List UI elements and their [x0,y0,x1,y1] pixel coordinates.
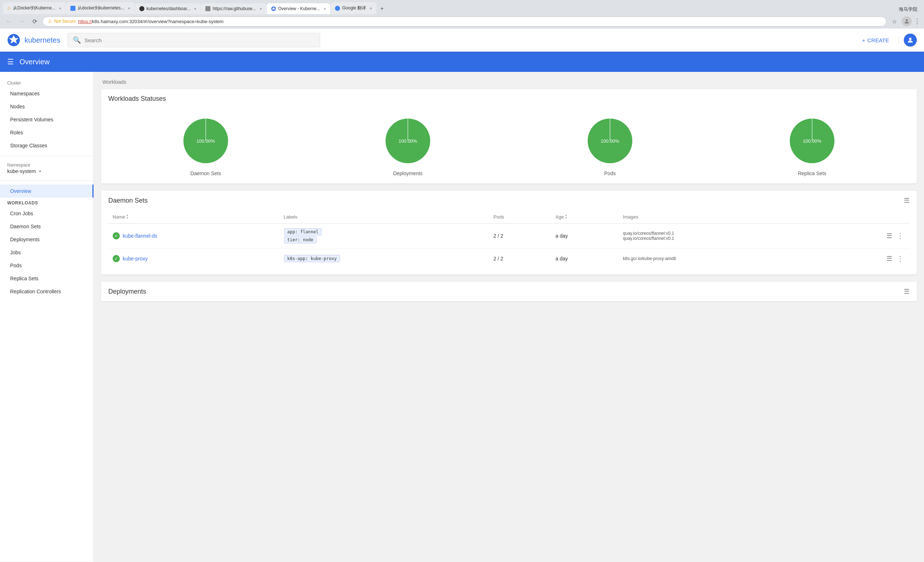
row1-images-cell: quay.io/coreos/flannel:v0.1 quay.io/core… [619,224,817,248]
cluster-section-header: Cluster [0,78,93,87]
tab-title-4: https://raw.githubuse... [213,6,256,11]
profile-icon[interactable] [902,16,912,26]
deployments-filter-icon[interactable]: ☰ [904,287,910,296]
url-https: https:// [78,19,92,24]
sidebar-item-deployments[interactable]: Deployments [0,233,93,246]
row2-name-link[interactable]: kube-proxy [123,256,148,261]
daemon-sets-filter-icon[interactable]: ☰ [904,197,910,204]
workloads-statuses-header: Workloads Statuses [101,89,917,108]
row1-labels-cell: app: flannel tier: node [279,224,489,248]
row2-logs-icon[interactable]: ☰ [885,253,894,264]
tab-close-1[interactable]: × [59,6,61,11]
tab-close-5[interactable]: × [324,6,326,11]
browser-tab-6[interactable]: Google 翻译 × [331,2,376,14]
browser-toolbar: ← → ⟳ ⚠ Not Secure https://k8s.haimaxy.c… [0,14,924,29]
daemon-sets-table-header-row: Name ▲▼ Labels Pods Age ▲▼ [108,210,910,224]
forward-button[interactable]: → [16,16,27,26]
sidebar-item-jobs[interactable]: Jobs [0,246,93,259]
header-right: + CREATE [858,34,917,47]
daemon-sets-header: Daemon Sets ☰ [101,191,917,210]
sidebar-item-overview[interactable]: Overview [0,185,93,198]
browser-tab-2[interactable]: 从docker到kubernetes... × [66,2,135,14]
new-tab-button[interactable]: + [377,3,387,14]
tab-icon-6 [335,6,340,11]
page-header: ☰ Overview [0,52,924,72]
user-avatar[interactable] [904,34,917,47]
tab-title-6: Google 翻译 [342,5,366,11]
back-button[interactable]: ← [4,16,14,26]
browser-tab-4[interactable]: https://raw.githubuse... × [201,3,266,14]
sidebar-item-pods[interactable]: Pods [0,259,93,272]
dropdown-arrow-icon [37,168,43,174]
daemon-sets-table-container: Name ▲▼ Labels Pods Age ▲▼ [101,210,917,275]
chart-daemon-sets: 100.00% Daemon Sets [180,116,231,176]
donut-percent-replica-sets: 100.00% [803,138,821,144]
refresh-button[interactable]: ⟳ [30,16,40,26]
sidebar-item-namespaces[interactable]: Namespaces [0,87,93,100]
sidebar: Cluster Namespaces Nodes Persistent Volu… [0,72,94,562]
address-bar[interactable]: ⚠ Not Secure https://k8s.haimaxy.com:320… [43,17,886,26]
sidebar-item-nodes[interactable]: Nodes [0,100,93,113]
age-sort[interactable]: Age ▲▼ [555,214,567,219]
tab-title-5: Overview - Kuberne... [278,6,320,11]
row1-image-2: quay.io/coreos/flannel:v0.1 [623,236,813,241]
sidebar-item-replication-controllers[interactable]: Replication Controllers [0,285,93,298]
row1-status-icon: ✓ [112,232,120,239]
row1-name-link[interactable]: kube-flannel-ds [123,233,158,239]
app-logo: kubernetes [7,34,60,47]
namespace-value: kube-system [7,168,36,174]
create-button[interactable]: + CREATE [858,34,894,46]
browser-tab-1[interactable]: ⚠ 从Docker到Kuberne... × [3,2,66,14]
browser-tab-5[interactable]: Overview - Kuberne... × [267,3,330,14]
row1-logs-icon[interactable]: ☰ [885,230,894,241]
sidebar-item-replica-sets[interactable]: Replica Sets [0,272,93,285]
workloads-statuses-card: Workloads Statuses 100.00% Daemon Sets [101,89,917,183]
col-name: Name ▲▼ [108,210,279,224]
tab-title-3: kubernetes/dashboar... [147,6,190,11]
browser-tab-3[interactable]: kubernetes/dashboar... × [135,3,201,14]
sidebar-item-persistent-volumes[interactable]: Persistent Volumes [0,113,93,126]
browser-chrome: ⚠ 从Docker到Kuberne... × 从docker到kubernete… [0,0,924,29]
sidebar-divider-2 [0,180,93,181]
table-row: ✓ kube-proxy k8s-app: kube-proxy 2 / 2 a… [108,248,910,269]
bookmark-icon[interactable]: ☆ [890,16,900,26]
namespace-dropdown[interactable]: kube-system [7,168,43,174]
search-input[interactable] [84,37,315,44]
namespace-label: Namespace [7,162,43,168]
chart-label-daemon-sets: Daemon Sets [190,170,221,176]
sidebar-item-daemon-sets[interactable]: Daemon Sets [0,220,93,233]
tab-close-6[interactable]: × [370,6,372,11]
tab-close-4[interactable]: × [260,6,262,11]
sidebar-item-storage-classes[interactable]: Storage Classes [0,139,93,152]
row2-more-icon[interactable]: ⋮ [895,253,905,264]
address-url: https://k8s.haimaxy.com:32034/#!/overvie… [78,19,224,24]
name-sort[interactable]: Name ▲▼ [112,214,129,219]
donut-deployments: 100.00% [382,116,433,166]
col-labels: Labels [279,210,489,224]
chart-deployments: 100.00% Deployments [382,116,433,176]
browser-menu-button[interactable]: ⋮ [914,17,920,25]
row1-pods-cell: 2 / 2 [489,224,551,248]
chart-replica-sets: 100.00% Replica Sets [787,116,837,176]
search-bar[interactable]: 🔍 [68,33,320,47]
tab-title-1: 从Docker到Kuberne... [13,5,55,11]
row1-more-icon[interactable]: ⋮ [895,230,905,242]
workloads-statuses-title: Workloads Statuses [108,95,166,102]
tab-icon-4 [206,6,210,11]
hamburger-icon[interactable]: ☰ [7,57,14,66]
row1-label-2: tier: node [284,236,316,243]
row2-age-cell: a day [551,248,619,269]
tab-icon-3 [140,6,144,11]
tab-close-3[interactable]: × [194,6,196,11]
tab-close-2[interactable]: × [128,6,130,11]
browser-user-label: 海马学院 [899,6,918,13]
row2-label-1: k8s-app: kube-proxy [284,255,340,262]
sidebar-divider-1 [0,156,93,156]
search-icon: 🔍 [73,36,81,44]
sidebar-item-roles[interactable]: Roles [0,126,93,139]
chart-pods: 100.00% Pods [585,116,635,176]
donut-percent-deployments: 100.00% [399,138,417,144]
main-content: Workloads Workloads Statuses 100.00% Dae… [94,72,924,562]
row2-labels-cell: k8s-app: kube-proxy [279,248,489,269]
sidebar-item-cron-jobs[interactable]: Cron Jobs [0,207,93,220]
